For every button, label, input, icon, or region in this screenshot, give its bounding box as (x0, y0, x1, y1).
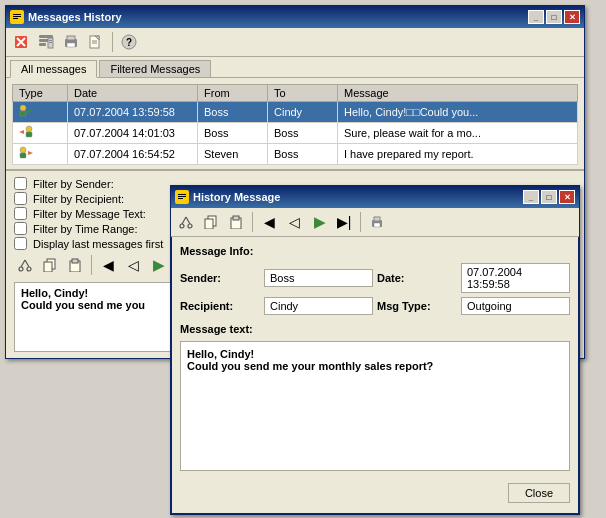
svg-line-46 (186, 217, 190, 224)
table-body: 07.07.2004 13:59:58 Boss Cindy Hello, Ci… (13, 102, 578, 165)
recipient-label: Recipient: (180, 300, 260, 312)
dialog-maximize-btn[interactable]: □ (541, 190, 557, 204)
preview-toolbar-sep (91, 255, 92, 275)
main-toolbar: ? (6, 28, 584, 57)
prev-preview-btn[interactable]: ◁ (122, 254, 144, 276)
svg-text:?: ? (126, 37, 132, 48)
dialog-paste-btn[interactable] (225, 211, 247, 233)
filter-tool-button[interactable] (35, 31, 57, 53)
message-text-area: Hello, Cindy! Could you send me your mon… (180, 341, 570, 471)
row-to: Boss (268, 144, 338, 165)
svg-rect-52 (374, 217, 380, 221)
filter-time-label: Filter by Time Range: (33, 223, 138, 235)
filter-text-checkbox[interactable] (14, 207, 27, 220)
row-date: 07.07.2004 13:59:58 (68, 102, 198, 123)
dialog-app-icon (175, 190, 189, 204)
svg-point-28 (20, 147, 26, 153)
svg-rect-2 (13, 16, 21, 17)
print-tool-button[interactable] (60, 31, 82, 53)
help-tool-button[interactable]: ? (118, 31, 140, 53)
back-preview-btn[interactable]: ◀ (97, 254, 119, 276)
svg-point-43 (180, 224, 184, 228)
svg-rect-36 (44, 262, 52, 272)
svg-line-33 (21, 260, 25, 267)
svg-line-45 (182, 217, 186, 224)
row-type-icon (13, 123, 68, 144)
svg-rect-29 (20, 153, 26, 158)
maximize-button[interactable]: □ (546, 10, 562, 24)
tab-all-messages[interactable]: All messages (10, 60, 97, 78)
filter-recipient-label: Filter by Recipient: (33, 193, 124, 205)
date-label: Date: (377, 272, 457, 284)
filter-recipient-checkbox[interactable] (14, 192, 27, 205)
svg-rect-41 (178, 196, 186, 197)
dialog-minimize-btn[interactable]: _ (523, 190, 539, 204)
svg-rect-9 (39, 43, 46, 46)
svg-rect-1 (13, 14, 21, 15)
svg-rect-42 (178, 198, 183, 199)
filter-last-first-label: Display last messages first (33, 238, 163, 250)
table-row[interactable]: 07.07.2004 14:01:03 Boss Boss Sure, plea… (13, 123, 578, 144)
sender-label: Sender: (180, 272, 260, 284)
message-table: Type Date From To Message (12, 84, 578, 165)
svg-rect-40 (178, 194, 186, 195)
dialog-toolbar-sep1 (252, 212, 253, 232)
col-to: To (268, 85, 338, 102)
col-from: From (198, 85, 268, 102)
paste-preview-btn[interactable] (64, 254, 86, 276)
row-to: Boss (268, 123, 338, 144)
delete-tool-button[interactable] (10, 31, 32, 53)
export-tool-button[interactable] (85, 31, 107, 53)
dialog-print-btn[interactable] (366, 211, 388, 233)
table-row[interactable]: 07.07.2004 13:59:58 Boss Cindy Hello, Ci… (13, 102, 578, 123)
dialog-back-btn[interactable]: ◀ (258, 211, 280, 233)
svg-point-25 (26, 126, 32, 132)
title-bar-controls: _ □ ✕ (528, 10, 580, 24)
copy-preview-btn[interactable] (39, 254, 61, 276)
table-row[interactable]: 07.07.2004 16:54:52 Steven Boss I have p… (13, 144, 578, 165)
msgtype-value: Outgoing (461, 297, 570, 315)
svg-rect-3 (13, 18, 18, 19)
svg-rect-15 (67, 43, 75, 47)
col-type: Type (13, 85, 68, 102)
filter-text-label: Filter by Message Text: (33, 208, 146, 220)
table-header: Type Date From To Message (13, 85, 578, 102)
filter-time-checkbox[interactable] (14, 222, 27, 235)
svg-rect-53 (374, 223, 380, 227)
svg-marker-27 (19, 130, 24, 134)
next-preview-btn[interactable]: ▶ (147, 254, 169, 276)
dialog-cut-btn[interactable] (175, 211, 197, 233)
row-type-icon (13, 102, 68, 123)
svg-point-44 (188, 224, 192, 228)
tabs-row: All messages Filtered Messages (6, 57, 584, 77)
dialog-copy-btn[interactable] (200, 211, 222, 233)
row-to: Cindy (268, 102, 338, 123)
dialog-title: History Message (193, 191, 280, 203)
toolbar-sep-1 (112, 32, 113, 52)
svg-rect-48 (205, 219, 213, 229)
sender-value: Boss (264, 269, 373, 287)
dialog-skip-btn[interactable]: ▶| (333, 211, 355, 233)
filter-sender-checkbox[interactable] (14, 177, 27, 190)
svg-rect-23 (20, 111, 26, 116)
filter-last-first-checkbox[interactable] (14, 237, 27, 250)
message-table-wrapper: Type Date From To Message (6, 77, 584, 169)
dialog-title-bar: History Message _ □ ✕ (171, 186, 579, 208)
svg-marker-24 (28, 109, 33, 113)
row-from: Boss (198, 102, 268, 123)
close-main-button[interactable]: ✕ (564, 10, 580, 24)
close-dialog-button[interactable]: Close (508, 483, 570, 503)
tab-filtered-messages[interactable]: Filtered Messages (99, 60, 211, 77)
col-date: Date (68, 85, 198, 102)
dialog-close-titlebar-btn[interactable]: ✕ (559, 190, 575, 204)
row-from: Steven (198, 144, 268, 165)
svg-rect-12 (49, 42, 52, 43)
cut-preview-btn[interactable] (14, 254, 36, 276)
dialog-prev-btn[interactable]: ◁ (283, 211, 305, 233)
svg-marker-30 (28, 151, 33, 155)
minimize-button[interactable]: _ (528, 10, 544, 24)
title-bar-left: Messages History (10, 10, 122, 24)
dialog-body: Message Info: Sender: Boss Date: 07.07.2… (171, 237, 579, 514)
dialog-play-btn[interactable]: ▶ (308, 211, 330, 233)
svg-line-34 (25, 260, 29, 267)
